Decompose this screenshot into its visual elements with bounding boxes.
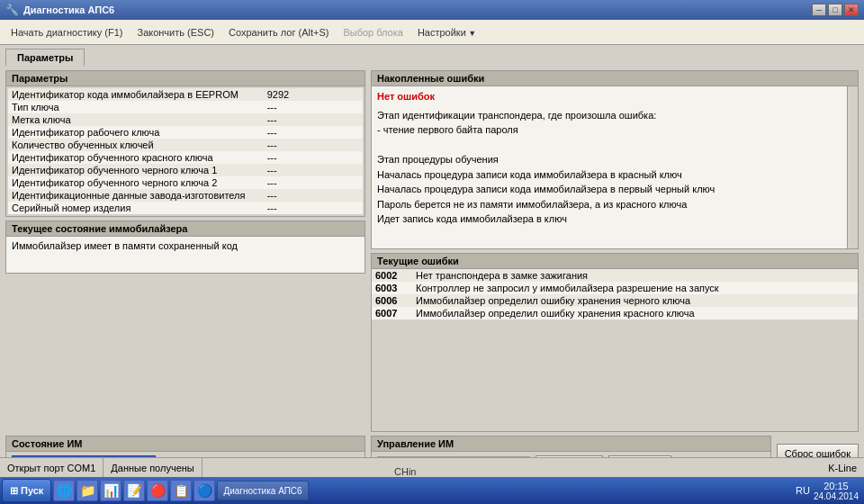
table-row: Идентификатор обученного черного ключа 2… <box>8 176 363 189</box>
error-text: Иммобилайзер определил ошибку хранения ч… <box>412 294 858 307</box>
table-row: Идентификационные данные завода-изготови… <box>8 189 363 202</box>
state-text: Иммобилайзер имеет в памяти сохраненный … <box>6 237 364 273</box>
status-port: Открыт порт COM1 <box>0 458 104 477</box>
close-button[interactable]: ✕ <box>844 4 859 16</box>
im-state-header: Состояние ИМ <box>6 436 364 452</box>
params-content: Идентификатор кода иммобилайзера в EEPRO… <box>6 86 364 216</box>
param-value: --- <box>264 113 363 126</box>
menu-stop-diag[interactable]: Закончить (ESC) <box>130 24 221 40</box>
accumulated-errors-content[interactable]: Нет ошибок Этап идентификации транспонде… <box>372 86 847 248</box>
taskbar: ⊞ Пуск 🌐 📁 📊 📝 🔴 📋 🔵 Диагностика АПС6 RU… <box>0 477 864 504</box>
param-label: Серийный номер изделия <box>8 202 264 214</box>
error-text: Контроллер не запросил у иммобилайзера р… <box>412 282 858 294</box>
taskbar-icon-folder[interactable]: 📁 <box>76 480 98 501</box>
error-code: 6002 <box>372 269 412 282</box>
no-errors-label: Нет ошибок <box>377 89 842 104</box>
table-row: Идентификатор рабочего ключа --- <box>8 126 363 139</box>
table-row: Идентификатор кода иммобилайзера в EEPRO… <box>8 88 363 101</box>
table-row: Идентификатор обученного красного ключа … <box>8 151 363 164</box>
error-line: Началась процедура записи кода иммобилай… <box>377 182 842 197</box>
params-table: Идентификатор кода иммобилайзера в EEPRO… <box>8 88 363 214</box>
taskbar-icon-chart[interactable]: 📊 <box>100 480 122 501</box>
state-section: Текущее состояние иммобилайзера Иммобила… <box>5 220 365 274</box>
param-label: Идентификатор кода иммобилайзера в EEPRO… <box>8 88 264 101</box>
param-value: --- <box>264 101 363 113</box>
taskbar-icon-blue[interactable]: 🔵 <box>194 480 215 501</box>
maximize-button[interactable]: □ <box>828 4 842 16</box>
clock-date: 24.04.2014 <box>814 491 859 501</box>
window-title: Диагностика АПС6 <box>23 4 812 15</box>
taskbar-icon-word[interactable]: 📝 <box>123 480 145 501</box>
minimize-button[interactable]: ─ <box>812 4 826 16</box>
table-row: Идентификатор обученного черного ключа 1… <box>8 164 363 176</box>
menu-select-block: Выбор блока <box>336 24 410 40</box>
table-row: Метка ключа --- <box>8 113 363 126</box>
chin-label: CHin <box>394 466 416 477</box>
error-line: Пароль берется не из памяти иммобилайзер… <box>377 197 842 212</box>
current-errors-table: 6002 Нет транспондера в замке зажигания … <box>372 269 858 320</box>
param-label: Идентификатор обученного черного ключа 1 <box>8 164 264 176</box>
tab-params[interactable]: Параметры <box>5 49 85 67</box>
error-line: - чтение первого байта пароля <box>377 122 842 138</box>
accumulated-errors-section: Накопленные ошибки Нет ошибок Этап идент… <box>371 70 859 249</box>
param-value: --- <box>264 126 363 139</box>
error-line <box>377 138 842 153</box>
table-row: 6007 Иммобилайзер определил ошибку хране… <box>372 307 858 320</box>
error-code: 6003 <box>372 282 412 294</box>
main-content: Параметры Идентификатор кода иммобилайзе… <box>0 67 864 436</box>
taskbar-app-diag[interactable]: Диагностика АПС6 <box>217 481 308 500</box>
param-value: --- <box>264 151 363 164</box>
param-value: --- <box>264 202 363 214</box>
status-protocol: K-Line <box>821 458 864 477</box>
left-panel: Параметры Идентификатор кода иммобилайзе… <box>5 70 365 432</box>
current-errors-section: Текущие ошибки 6002 Нет транспондера в з… <box>371 253 859 432</box>
param-value: --- <box>264 164 363 176</box>
state-header: Текущее состояние иммобилайзера <box>6 221 364 237</box>
taskbar-right: RU 20:15 24.04.2014 <box>792 481 862 501</box>
error-line: Этап идентификации транспондера, где про… <box>377 108 842 123</box>
table-row: 6006 Иммобилайзер определил ошибку хране… <box>372 294 858 307</box>
menu-save-log[interactable]: Сохранить лог (Alt+S) <box>221 24 336 40</box>
taskbar-icon-red[interactable]: 🔴 <box>147 480 168 501</box>
app-icon: 🔧 <box>5 4 19 16</box>
taskbar-icon-browser[interactable]: 🌐 <box>53 480 75 501</box>
menu-start-diag[interactable]: Начать диагностику (F1) <box>4 24 130 40</box>
status-bar: Открыт порт COM1 Данные получены K-Line <box>0 457 864 477</box>
language-label: RU <box>796 485 810 496</box>
im-control-header: Управление ИМ <box>372 436 770 452</box>
menu-settings[interactable]: Настройки <box>410 24 483 40</box>
error-line: Идет запись кода иммобилайзера в ключ <box>377 212 842 227</box>
table-row: Количество обученных ключей --- <box>8 139 363 151</box>
param-label: Идентификатор обученного красного ключа <box>8 151 264 164</box>
scroll-bar[interactable] <box>847 86 858 248</box>
param-label: Количество обученных ключей <box>8 139 264 151</box>
status-data: Данные получены <box>104 458 202 477</box>
start-label: Пуск <box>21 485 43 496</box>
taskbar-icon-clip[interactable]: 📋 <box>170 480 192 501</box>
error-line: Этап процедуры обучения <box>377 152 842 167</box>
menu-bar: Начать диагностику (F1) Закончить (ESC) … <box>0 20 864 45</box>
title-bar: 🔧 Диагностика АПС6 ─ □ ✕ <box>0 0 864 20</box>
error-text: Нет транспондера в замке зажигания <box>412 269 858 282</box>
param-value: --- <box>264 189 363 202</box>
param-label: Идентификатор обученного черного ключа 2 <box>8 176 264 189</box>
param-label: Идентификатор рабочего ключа <box>8 126 264 139</box>
params-header: Параметры <box>6 71 364 86</box>
start-button[interactable]: ⊞ Пуск <box>2 479 51 502</box>
table-row: 6003 Контроллер не запросил у иммобилайз… <box>372 282 858 294</box>
clock: 20:15 24.04.2014 <box>814 481 859 501</box>
error-code: 6006 <box>372 294 412 307</box>
error-code: 6007 <box>372 307 412 320</box>
accumulated-errors-header: Накопленные ошибки <box>372 71 858 86</box>
params-section: Параметры Идентификатор кода иммобилайзе… <box>5 70 365 217</box>
table-row: 6002 Нет транспондера в замке зажигания <box>372 269 858 282</box>
right-panel: Накопленные ошибки Нет ошибок Этап идент… <box>371 70 859 432</box>
clock-time: 20:15 <box>814 481 859 491</box>
param-label: Идентификационные данные завода-изготови… <box>8 189 264 202</box>
tab-bar: Параметры <box>0 45 864 67</box>
error-text: Иммобилайзер определил ошибку хранения к… <box>412 307 858 320</box>
windows-icon: ⊞ <box>10 485 18 497</box>
param-value: --- <box>264 139 363 151</box>
table-row: Серийный номер изделия --- <box>8 202 363 214</box>
param-label: Тип ключа <box>8 101 264 113</box>
